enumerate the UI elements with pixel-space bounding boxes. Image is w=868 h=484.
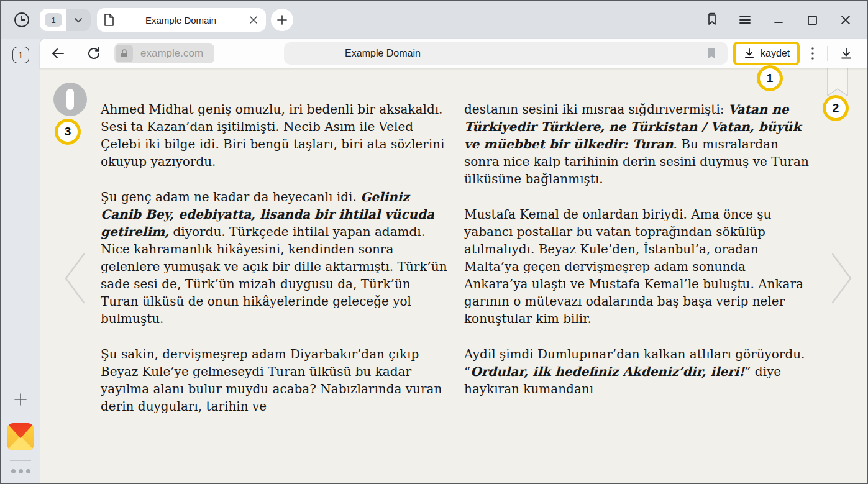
left-sidebar: 1 bbox=[1, 39, 40, 483]
paragraph: Aydil şimdi Dumlupınar’dan kalkan atlıla… bbox=[464, 345, 812, 398]
text-column-right: destanın sesini iki mısraa sığdırıvermiş… bbox=[464, 101, 812, 416]
paragraph: destanın sesini iki mısraa sığdırıvermiş… bbox=[464, 101, 812, 188]
tab-group-expand[interactable] bbox=[66, 9, 91, 31]
tab-group-count: 1 bbox=[40, 9, 66, 31]
close-icon bbox=[839, 14, 852, 26]
bookmark-icon[interactable] bbox=[706, 47, 716, 60]
tab-example-domain[interactable]: Example Domain bbox=[97, 8, 266, 32]
previous-page-chevron[interactable] bbox=[60, 252, 89, 305]
panels-icon bbox=[703, 12, 720, 28]
toggle-bar-icon bbox=[66, 89, 74, 110]
annotation-badge-3: 3 bbox=[55, 119, 81, 145]
close-window-button[interactable] bbox=[837, 11, 854, 29]
tab-strip: 1 Example Domain bbox=[1, 1, 867, 39]
page-icon bbox=[103, 14, 114, 26]
tab-title: Example Domain bbox=[114, 15, 247, 25]
url-text: example.com bbox=[133, 47, 213, 60]
bookmark-ribbon-icon[interactable] bbox=[826, 68, 849, 98]
save-button-label: kaydet bbox=[761, 48, 790, 59]
close-icon bbox=[249, 16, 258, 24]
yandex-mail-icon[interactable] bbox=[7, 423, 34, 450]
minimize-button[interactable] bbox=[770, 11, 787, 29]
tab-group-badge: 1 bbox=[45, 13, 62, 27]
toolbar-separator bbox=[827, 46, 828, 61]
window-controls bbox=[703, 11, 854, 29]
url-chip[interactable]: example.com bbox=[114, 43, 214, 63]
paragraph: Şu genç adam ne kadar da heyecanlı idi. … bbox=[101, 188, 449, 327]
new-tab-button[interactable] bbox=[271, 9, 293, 31]
tab-group-pill[interactable]: 1 bbox=[40, 9, 91, 31]
download-icon bbox=[743, 47, 756, 60]
minimize-icon bbox=[772, 14, 785, 26]
side-panels-button[interactable] bbox=[703, 11, 720, 29]
clock-icon bbox=[13, 11, 30, 29]
next-page-chevron[interactable] bbox=[828, 252, 856, 305]
plus-icon bbox=[13, 392, 28, 407]
save-button[interactable]: kaydet bbox=[733, 42, 800, 65]
toolbar: example.com Example Domain bbox=[40, 39, 867, 68]
smartbox-titlebar[interactable]: Example Domain bbox=[284, 42, 728, 65]
body-row: 1 bbox=[1, 39, 867, 483]
chevron-down-icon bbox=[73, 15, 83, 25]
annotation-badge-1: 1 bbox=[757, 65, 783, 91]
plus-icon bbox=[276, 14, 288, 25]
reader-content: Ahmed Midhat geniş omuzlu, iri bedenli b… bbox=[40, 68, 867, 483]
paragraph: Mustafa Kemal de onlardan biriydi. Ama ö… bbox=[464, 206, 812, 327]
page-area: example.com Example Domain bbox=[40, 39, 867, 483]
sidebar-bottom-group bbox=[7, 391, 34, 483]
paragraph: Şu sakin, dervişmeşrep adam Diyarbakır’d… bbox=[101, 345, 449, 415]
maximize-icon bbox=[806, 14, 818, 26]
maximize-button[interactable] bbox=[803, 11, 821, 29]
annotation-badge-2: 2 bbox=[823, 95, 849, 121]
reader-mode-toggle-button[interactable] bbox=[53, 83, 87, 116]
sidebar-divider bbox=[10, 460, 31, 461]
sidebar-add-button[interactable] bbox=[12, 391, 29, 408]
menu-button[interactable] bbox=[736, 11, 754, 29]
hamburger-icon bbox=[738, 14, 752, 25]
text-column-left: Ahmed Midhat geniş omuzlu, iri bedenli b… bbox=[101, 101, 449, 433]
sidebar-more-button[interactable] bbox=[11, 469, 30, 473]
page-title: Example Domain bbox=[345, 48, 421, 59]
lock-icon bbox=[116, 45, 133, 62]
reload-icon bbox=[86, 45, 102, 62]
kebab-icon bbox=[811, 47, 815, 60]
back-button[interactable] bbox=[50, 45, 66, 62]
sidebar-tab-counter[interactable]: 1 bbox=[12, 47, 29, 63]
paragraph: Ahmed Midhat geniş omuzlu, iri bedenli b… bbox=[101, 101, 449, 170]
history-button[interactable] bbox=[12, 11, 31, 29]
tab-close-button[interactable] bbox=[247, 14, 260, 26]
download-icon bbox=[839, 46, 854, 61]
browser-window: 1 Example Domain bbox=[0, 0, 868, 484]
back-arrow-icon bbox=[50, 45, 66, 62]
downloads-button[interactable] bbox=[838, 45, 855, 62]
save-options-button[interactable] bbox=[806, 45, 820, 62]
reload-button[interactable] bbox=[86, 45, 102, 62]
